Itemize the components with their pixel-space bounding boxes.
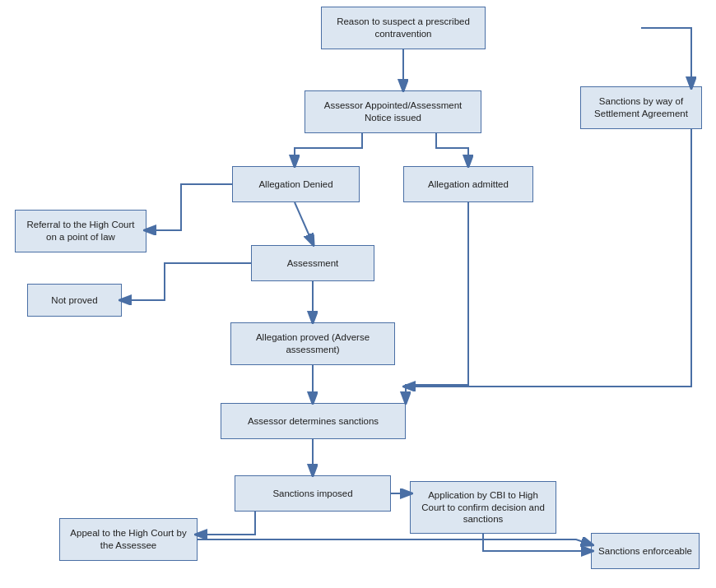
sanctions-imposed-box: Sanctions imposed [235,475,391,512]
application-cbi-box: Application by CBI to High Court to conf… [410,481,556,534]
sanctions-enforceable-box: Sanctions enforceable [591,533,700,569]
referral-high-court-box: Referral to the High Court on a point of… [15,210,146,252]
assessor-box: Assessor Appointed/Assessment Notice iss… [305,90,481,133]
reason-box: Reason to suspect a prescribed contraven… [321,7,486,49]
allegation-proved-box: Allegation proved (Adverse assessment) [230,322,395,365]
allegation-admitted-box: Allegation admitted [403,166,533,202]
assessor-sanctions-box: Assessor determines sanctions [221,403,406,439]
allegation-denied-box: Allegation Denied [232,166,360,202]
not-proved-box: Not proved [27,284,122,317]
svg-line-2 [295,202,313,243]
appeal-high-court-box: Appeal to the High Court by the Assessee [59,518,198,561]
sanctions-settlement-box: Sanctions by way of Settlement Agreement [580,86,702,129]
assessment-box: Assessment [251,245,374,281]
diagram: Reason to suspect a prescribed contraven… [0,0,716,588]
